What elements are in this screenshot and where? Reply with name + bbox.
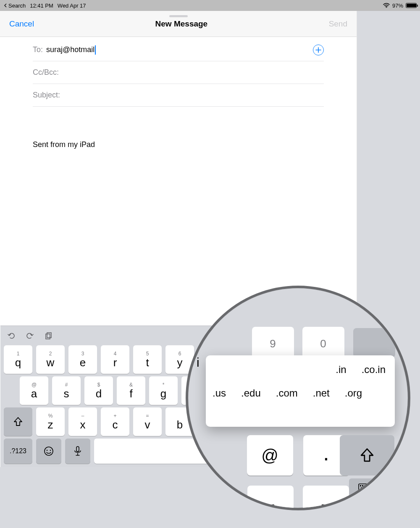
key-e[interactable]: 3e xyxy=(68,345,97,374)
message-body[interactable]: Sent from my iPad xyxy=(0,107,357,149)
back-to-search[interactable]: Search xyxy=(3,3,26,9)
svg-rect-8 xyxy=(360,485,361,486)
key-z[interactable]: %z xyxy=(36,407,65,436)
status-time: 12:41 PM xyxy=(30,3,53,9)
shift-icon xyxy=(13,416,24,427)
tld-option[interactable]: .org xyxy=(345,387,362,399)
subject-label: Subject: xyxy=(33,91,60,100)
subject-field[interactable]: Subject: xyxy=(33,84,324,107)
magnifier-callout: 9 0 i .in.co.in .us.edu.com.net.org @ . … xyxy=(186,286,410,510)
to-value: suraj@hotmail xyxy=(46,45,94,54)
emoji-icon xyxy=(43,446,54,457)
microphone-icon xyxy=(73,446,82,457)
svg-rect-1 xyxy=(46,334,50,339)
battery-icon xyxy=(406,3,417,8)
tld-popover: .in.co.in .us.edu.com.net.org xyxy=(206,355,395,427)
status-date: Wed Apr 17 xyxy=(58,3,86,9)
key-r[interactable]: 4r xyxy=(101,345,129,374)
text-cursor xyxy=(95,45,96,55)
key-a[interactable]: @a xyxy=(20,376,48,405)
svg-rect-10 xyxy=(364,485,365,486)
svg-rect-14 xyxy=(361,487,362,489)
svg-rect-11 xyxy=(366,485,368,486)
emoji-key[interactable] xyxy=(36,439,61,464)
undo-icon[interactable] xyxy=(7,331,16,340)
tld-option[interactable]: .net xyxy=(313,387,330,399)
key-w[interactable]: 2w xyxy=(36,345,65,374)
svg-point-4 xyxy=(47,450,48,451)
svg-point-0 xyxy=(386,7,387,8)
svg-rect-15 xyxy=(363,487,364,489)
tld-option[interactable]: .in xyxy=(336,364,346,376)
battery-percent: 97% xyxy=(392,3,403,9)
key-x[interactable]: –x xyxy=(68,407,97,436)
key-g[interactable]: *g xyxy=(149,376,178,405)
signature-text: Sent from my iPad xyxy=(33,140,95,149)
send-button[interactable]: Send xyxy=(329,19,347,29)
compose-title: New Message xyxy=(155,19,208,29)
status-bar: Search 12:41 PM Wed Apr 17 97% xyxy=(0,0,420,11)
redo-icon[interactable] xyxy=(26,331,34,340)
cancel-button[interactable]: Cancel xyxy=(9,19,34,29)
key-t[interactable]: 5t xyxy=(133,345,162,374)
shift-key[interactable] xyxy=(4,407,32,436)
wifi-icon xyxy=(383,3,390,8)
cc-bcc-label: Cc/Bcc: xyxy=(33,68,59,77)
compose-header: Cancel New Message Send xyxy=(0,11,357,37)
tld-option[interactable]: .co.in xyxy=(362,364,386,376)
key-f[interactable]: &f xyxy=(117,376,145,405)
svg-rect-9 xyxy=(362,485,363,486)
mag-letter-i: i xyxy=(197,355,200,370)
back-chevron-icon xyxy=(3,3,8,8)
tld-option[interactable]: .com xyxy=(276,387,298,399)
svg-point-3 xyxy=(45,447,53,455)
back-label: Search xyxy=(8,3,26,9)
key-q[interactable]: 1q xyxy=(4,345,32,374)
svg-point-5 xyxy=(50,450,51,451)
number-mode-key[interactable]: .?123 xyxy=(4,439,32,464)
key-d[interactable]: $d xyxy=(84,376,113,405)
add-contact-button[interactable] xyxy=(313,45,324,55)
cc-bcc-field[interactable]: Cc/Bcc: xyxy=(33,61,324,84)
mag-delete-key[interactable] xyxy=(353,328,395,357)
svg-rect-2 xyxy=(47,333,51,338)
tld-option[interactable]: .us xyxy=(213,387,226,399)
to-field[interactable]: To: suraj@hotmail xyxy=(33,39,324,61)
plus-icon xyxy=(315,47,321,53)
clipboard-icon[interactable] xyxy=(44,331,52,340)
key-c[interactable]: +c xyxy=(101,407,129,436)
key-s[interactable]: #s xyxy=(52,376,81,405)
key-v[interactable]: =v xyxy=(133,407,162,436)
svg-rect-6 xyxy=(76,447,79,452)
dictation-key[interactable] xyxy=(65,439,90,464)
mag-at-key[interactable]: @ xyxy=(247,435,293,475)
tld-option[interactable]: .edu xyxy=(241,387,261,399)
to-label: To: xyxy=(33,45,43,54)
shift-icon xyxy=(359,447,375,464)
